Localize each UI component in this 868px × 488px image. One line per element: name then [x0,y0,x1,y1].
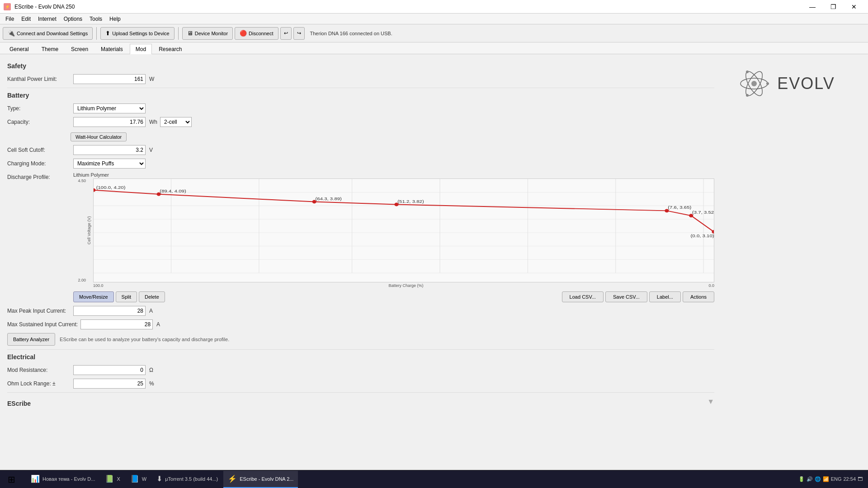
label-button[interactable]: Label... [649,291,681,302]
mod-resistance-row: Mod Resistance: Ω [7,365,714,375]
undo-button[interactable]: ↩ [280,27,292,40]
taskbar-app-icon-4: ⚡ [228,474,237,483]
delete-button[interactable]: Delete [139,291,165,302]
x-axis-end: 0.0 [708,283,714,288]
taskbar-app-icon-3: ⬇ [156,474,162,483]
taskbar-tray: 📊 Новая тема - Evolv D... 📗 X 📘 W ⬇ μTor… [23,470,302,488]
menu-bar: File Edit Internet Options Tools Help [0,14,868,24]
escribe-divider [7,392,714,393]
save-csv-button[interactable]: Save CSV... [605,291,647,302]
title-bar-controls: — ❐ ✕ [802,0,864,14]
cell-count-select[interactable]: 2-cell 1-cell 3-cell [160,117,192,127]
move-resize-button[interactable]: Move/Resize [73,291,114,302]
kanthal-unit: W [149,76,154,82]
mod-resistance-unit: Ω [149,367,153,373]
chart-point-0[interactable] [94,188,96,192]
disconnect-button[interactable]: 🔴 Disconnect [235,27,278,40]
start-button[interactable]: ⊞ [0,470,23,488]
tab-materials[interactable]: Materials [95,44,129,54]
title-bar: ⚡ EScribe - Evolv DNA 250 — ❐ ✕ [0,0,868,14]
redo-button[interactable]: ↪ [293,27,305,40]
taskbar-app-evolv-d[interactable]: 📊 Новая тема - Evolv D... [26,471,99,488]
escribe-row: EScribe ▼ [7,396,714,407]
connect-download-button[interactable]: 🔌 Connect and Download Settings [3,27,93,40]
max-sustained-unit: A [156,321,160,328]
svg-text:(3.7, 3.52): (3.7, 3.52) [692,210,714,215]
maximize-button[interactable]: ❐ [823,0,844,14]
max-peak-current-row: Max Peak Input Current: A [7,306,714,316]
taskbar-icon-battery: 🔋 [798,476,805,482]
taskbar-app-icon-1: 📗 [105,474,114,483]
taskbar-lang: ENG [831,476,842,482]
analyzer-description: EScribe can be used to analyze your batt… [60,337,229,342]
svg-text:(100.0, 4.20): (100.0, 4.20) [96,185,126,190]
title-bar-left: ⚡ EScribe - Evolv DNA 250 [4,3,75,10]
menu-edit[interactable]: Edit [18,14,34,24]
upload-settings-button[interactable]: ⬆ Upload Settings to Device [100,27,175,40]
battery-type-label: Type: [7,105,71,112]
ohm-lock-row: Ohm Lock Range: ± % [7,379,714,389]
split-button[interactable]: Split [116,291,137,302]
max-sustained-current-input[interactable] [80,319,153,329]
x-axis-row: 100.0 Battery Charge (%) 0.0 [93,283,714,288]
tab-bar: General Theme Screen Materials Mod Resea… [0,42,868,54]
kanthal-power-limit-label: Kanthal Power Limit: [7,76,71,82]
taskbar-app-utorrent[interactable]: ⬇ μTorrent 3.5 (build 44...) [152,471,222,488]
minimize-button[interactable]: — [802,0,823,14]
menu-help[interactable]: Help [106,14,124,24]
taskbar-icon-bluetooth: 📶 [823,476,829,482]
taskbar-app-word[interactable]: 📘 W [126,471,151,488]
close-button[interactable]: ✕ [844,0,864,14]
chart-main-area: (100.0, 4.20) (89.4, 4.09) (64.3, 3.89) … [93,178,714,282]
tab-theme[interactable]: Theme [36,44,64,54]
main-scroll-area[interactable]: Safety Kanthal Power Limit: W Battery Ty… [0,54,868,470]
battery-type-select[interactable]: Lithium Polymer Lithium Ion NiMH Custom [73,103,146,113]
taskbar-app-excel[interactable]: 📗 X [100,471,124,488]
menu-file[interactable]: File [2,14,18,24]
safety-section-header: Safety [7,62,714,70]
x-axis-start: 100.0 [93,283,104,288]
escribe-collapse-icon[interactable]: ▼ [707,398,714,406]
max-peak-unit: A [149,308,153,314]
svg-text:(7.6, 3.65): (7.6, 3.65) [668,205,691,210]
load-csv-button[interactable]: Load CSV... [562,291,604,302]
menu-tools[interactable]: Tools [86,14,106,24]
mod-resistance-label: Mod Resistance: [7,367,71,373]
kanthal-power-limit-row: Kanthal Power Limit: W [7,74,714,84]
actions-button[interactable]: Actions [683,291,714,302]
max-peak-current-input[interactable] [73,306,146,316]
safety-divider [7,88,714,88]
menu-internet[interactable]: Internet [34,14,60,24]
monitor-icon: 🖥 [187,30,193,37]
mod-resistance-input[interactable] [73,365,146,375]
taskbar-app-icon-2: 📘 [130,474,139,483]
cell-soft-cutoff-input[interactable] [73,145,146,155]
battery-capacity-input[interactable] [73,117,146,127]
taskbar: ⊞ 📊 Новая тема - Evolv D... 📗 X 📘 W ⬇ μT… [0,470,868,488]
taskbar-app-escribe[interactable]: ⚡ EScribe - Evolv DNA 2... [223,471,298,488]
battery-capacity-row: Capacity: Wh 2-cell 1-cell 3-cell [7,117,714,127]
taskbar-clock: 22:54 [843,476,856,482]
tab-research[interactable]: Research [153,44,188,54]
battery-analyzer-button[interactable]: Battery Analyzer [7,333,55,346]
kanthal-power-limit-input[interactable] [73,74,146,84]
menu-options[interactable]: Options [60,14,86,24]
svg-text:(51.2, 3.82): (51.2, 3.82) [397,198,424,203]
electrical-divider [7,349,714,350]
wh-calculator-button[interactable]: Watt-Hour Calculator [71,132,127,141]
ohm-lock-unit: % [149,380,154,387]
ohm-lock-input[interactable] [73,379,146,389]
taskbar-icon-network-2: 🌐 [815,476,821,482]
taskbar-app-label-2: W [142,476,146,482]
svg-text:(64.3, 3.89): (64.3, 3.89) [315,196,341,201]
tab-general[interactable]: General [4,44,35,54]
tab-screen[interactable]: Screen [65,44,94,54]
battery-section-header: Battery [7,92,714,99]
discharge-profile-row: Discharge Profile: Lithium Polymer 4.50 … [7,172,714,302]
device-monitor-button[interactable]: 🖥 Device Monitor [182,27,233,40]
chart-svg: (100.0, 4.20) (89.4, 4.09) (64.3, 3.89) … [94,179,714,282]
tab-mod[interactable]: Mod [130,44,152,54]
charging-mode-select[interactable]: Maximize Puffs Maximize Battery Life Bal… [73,159,146,169]
upload-icon: ⬆ [105,30,110,37]
capacity-unit: Wh [149,119,157,125]
